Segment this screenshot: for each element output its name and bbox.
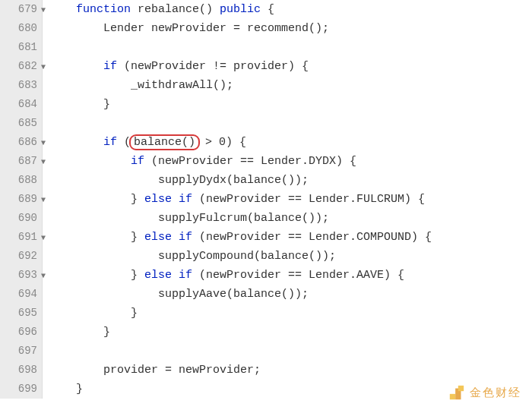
fold-marker-icon[interactable]: ▼ [41, 266, 46, 285]
code-token: (newProvider == Lender.AAVE) { [192, 269, 404, 282]
watermark: 金色财经 [448, 384, 521, 401]
code-token: } [76, 383, 83, 396]
line-number: 696 [0, 323, 43, 342]
code-content[interactable]: supplyAave(balance()); [43, 285, 309, 304]
code-token: } [131, 307, 138, 320]
code-token: } [103, 98, 110, 111]
keyword-token: else if [144, 231, 192, 244]
code-content[interactable]: } else if (newProvider == Lender.COMPOUN… [43, 228, 432, 247]
code-token: } [131, 269, 144, 282]
line-number: 695 [0, 304, 43, 323]
code-content[interactable]: supplyFulcrum(balance()); [43, 209, 329, 228]
keyword-token: if [103, 60, 117, 73]
line-number: 685 [0, 114, 43, 133]
code-token: rebalance [138, 3, 199, 16]
code-line: 686▼ if (balance() > 0) { [0, 133, 532, 152]
code-content[interactable]: } else if (newProvider == Lender.AAVE) { [43, 266, 404, 285]
code-content[interactable]: } [43, 323, 110, 342]
logo-icon [448, 384, 465, 401]
code-line: 691▼ } else if (newProvider == Lender.CO… [0, 228, 532, 247]
line-number: 689▼ [0, 190, 43, 209]
line-number: 691▼ [0, 228, 43, 247]
code-line: 694 supplyAave(balance()); [0, 285, 532, 304]
code-line: 695 } [0, 304, 532, 323]
fold-marker-icon[interactable]: ▼ [41, 0, 46, 19]
code-content[interactable]: } [43, 95, 110, 114]
code-token: (newProvider == Lender.FULCRUM) { [192, 193, 425, 206]
code-content[interactable]: provider = newProvider; [43, 361, 261, 380]
keyword-token: else if [144, 193, 192, 206]
line-number: 688 [0, 171, 43, 190]
line-number: 698 [0, 361, 43, 380]
svg-rect-0 [450, 394, 455, 399]
keyword-token: if [131, 155, 144, 168]
line-number: 686▼ [0, 133, 43, 152]
code-line: 682▼ if (newProvider != provider) { [0, 57, 532, 76]
code-content[interactable]: } else if (newProvider == Lender.FULCRUM… [43, 190, 425, 209]
fold-marker-icon[interactable]: ▼ [41, 228, 46, 247]
line-number: 692 [0, 247, 43, 266]
code-line: 687▼ if (newProvider == Lender.DYDX) { [0, 152, 532, 171]
code-line: 679▼ function rebalance() public { [0, 0, 532, 19]
code-line: 681 [0, 38, 532, 57]
code-token: supplyFulcrum(balance()); [158, 212, 329, 225]
code-content[interactable]: function rebalance() public { [43, 0, 274, 19]
code-line: 697 [0, 342, 532, 361]
code-line: 685 [0, 114, 532, 133]
code-token: > 0) { [198, 136, 246, 149]
line-number: 690 [0, 209, 43, 228]
line-number: 681 [0, 38, 43, 57]
line-number: 679▼ [0, 0, 43, 19]
code-token: supplyAave(balance()); [158, 288, 309, 301]
line-number: 682▼ [0, 57, 43, 76]
code-token: } [131, 231, 144, 244]
fold-marker-icon[interactable]: ▼ [41, 190, 46, 209]
code-line: 680 Lender newProvider = recommend(); [0, 19, 532, 38]
code-content[interactable]: } [43, 304, 138, 323]
fold-marker-icon[interactable]: ▼ [41, 152, 46, 171]
code-line: 696 } [0, 323, 532, 342]
code-content[interactable]: if (newProvider == Lender.DYDX) { [43, 152, 356, 171]
code-content[interactable]: _withdrawAll(); [43, 76, 233, 95]
code-token: Lender newProvider = recommend(); [103, 22, 329, 35]
fold-marker-icon[interactable]: ▼ [41, 133, 46, 152]
highlighted-token: balance() [129, 134, 200, 150]
keyword-token: function [76, 3, 138, 16]
code-content[interactable]: } [43, 380, 83, 399]
code-content[interactable]: supplyDydx(balance()); [43, 171, 309, 190]
line-number: 683 [0, 76, 43, 95]
code-line: 698 provider = newProvider; [0, 361, 532, 380]
code-line: 692 supplyCompound(balance()); [0, 247, 532, 266]
code-token: (newProvider == Lender.COMPOUND) { [192, 231, 432, 244]
line-number: 697 [0, 342, 43, 361]
code-token: } [103, 326, 110, 339]
line-number: 694 [0, 285, 43, 304]
line-number: 684 [0, 95, 43, 114]
code-token: { [261, 3, 274, 16]
code-line: 688 supplyDydx(balance()); [0, 171, 532, 190]
code-line: 683 _withdrawAll(); [0, 76, 532, 95]
code-line: 690 supplyFulcrum(balance()); [0, 209, 532, 228]
code-content[interactable]: supplyCompound(balance()); [43, 247, 336, 266]
code-token: supplyDydx(balance()); [158, 174, 309, 187]
code-line: 693▼ } else if (newProvider == Lender.AA… [0, 266, 532, 285]
line-number: 687▼ [0, 152, 43, 171]
line-number: 699 [0, 380, 43, 399]
code-editor: 679▼ function rebalance() public {680 Le… [0, 0, 532, 410]
keyword-token: else if [144, 269, 192, 282]
code-token: _withdrawAll(); [131, 79, 233, 92]
fold-marker-icon[interactable]: ▼ [41, 57, 46, 76]
code-content[interactable]: if (newProvider != provider) { [43, 57, 309, 76]
keyword-token: if [103, 136, 117, 149]
code-content[interactable]: if (balance() > 0) { [43, 133, 246, 152]
code-token: (newProvider != provider) { [117, 60, 309, 73]
code-token: provider = newProvider; [103, 364, 261, 377]
code-token: () [199, 3, 220, 16]
code-line: 684 } [0, 95, 532, 114]
code-content[interactable]: Lender newProvider = recommend(); [43, 19, 329, 38]
code-token: supplyCompound(balance()); [158, 250, 336, 263]
line-number: 693▼ [0, 266, 43, 285]
svg-rect-2 [458, 386, 464, 391]
code-token: (newProvider == Lender.DYDX) { [144, 155, 356, 168]
keyword-token: public [220, 3, 261, 16]
